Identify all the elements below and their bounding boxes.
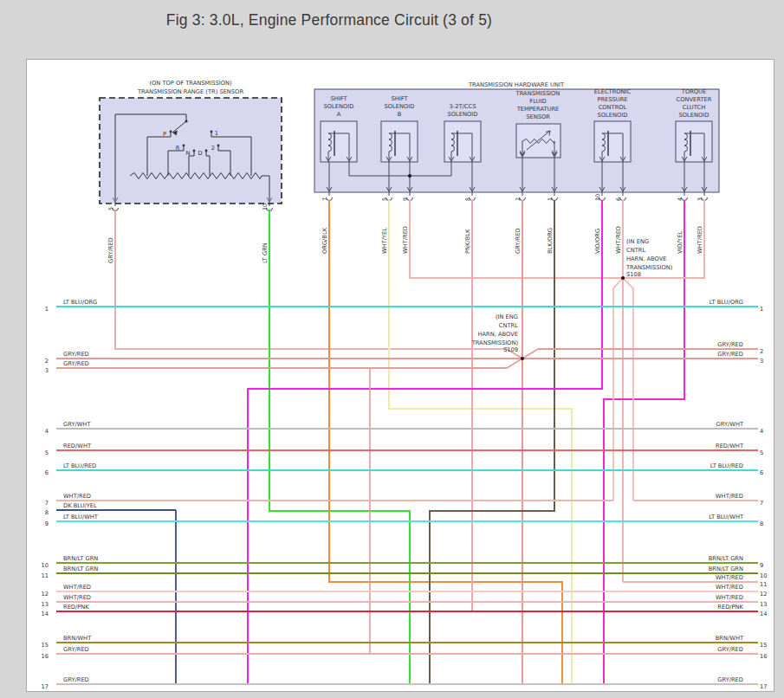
- row-right-number: 15: [760, 642, 768, 649]
- row-left-number: 16: [41, 653, 49, 660]
- component-label: CONTROL: [599, 104, 627, 111]
- component-label: CONVERTER: [677, 96, 712, 103]
- row-right-label: BRN/WHT: [716, 635, 744, 642]
- component-box: [381, 121, 418, 162]
- row-right-label: WHT/RED: [716, 584, 743, 591]
- splice-note-s109: HARN, ABOVE: [478, 331, 519, 338]
- row-right-label: GRY/RED: [717, 646, 743, 653]
- pin-number: 5: [381, 197, 388, 201]
- wire-label: GRY/RED: [515, 228, 522, 254]
- row-right-label: GRY/WHT: [716, 421, 744, 428]
- row-right-label: LT BLU/WHT: [709, 514, 744, 520]
- row-left-label: DK BLU/YEL: [63, 502, 97, 509]
- splice-note-s109: (IN ENG: [496, 313, 518, 320]
- pin-number: 6: [615, 197, 622, 201]
- component-label: PRESSURE: [597, 96, 627, 103]
- row-right-label: WHT/RED: [716, 493, 743, 500]
- component-label: SOLENOID: [598, 112, 628, 119]
- pin-number: 1: [547, 197, 554, 201]
- wire-label: BLK/ORG: [547, 228, 554, 254]
- hardware-unit-title: TRANSMISSION HARDWARE UNIT: [468, 81, 565, 88]
- row-right-label: GRY/RED: [717, 341, 743, 348]
- screenshot-stage: Fig 3: 3.0L, Engine Performance Circuit …: [0, 0, 784, 698]
- component-label: TEMPERATURE: [516, 106, 560, 113]
- pin-number: 10: [262, 204, 269, 210]
- component-label: TORQUE: [681, 88, 706, 95]
- row-left-number: 1: [45, 306, 49, 313]
- component-label: SOLENOID: [679, 112, 709, 119]
- row-left-number: 12: [41, 591, 49, 598]
- row-left-label: GRY/RED: [63, 676, 89, 683]
- row-right-label: WHT/RED: [716, 594, 743, 601]
- row-left-label: BRN/LT GRN: [63, 555, 98, 562]
- wire-label: ORG/BLK: [321, 227, 328, 254]
- row-right-number: 1: [760, 306, 763, 313]
- wire-label: VIO/ORG: [594, 229, 601, 254]
- wire-label: WHT/RED: [402, 226, 409, 254]
- switch-position-label: 1: [215, 130, 218, 137]
- splice-note-s108: CNTRL: [626, 247, 645, 254]
- row-left-number: 9: [45, 520, 49, 527]
- row-right-number: 2: [760, 348, 763, 355]
- row-left-number: 5: [45, 449, 49, 456]
- row-right-label: RED/PNK: [717, 604, 743, 611]
- component-box: [594, 121, 631, 162]
- row-right-label: WHT/RED: [716, 574, 743, 581]
- row-right-number: 10: [760, 572, 768, 579]
- row-left-number: 6: [45, 469, 49, 476]
- splice-note-s108: HARN, ABOVE: [626, 255, 667, 262]
- row-left-number: 7: [45, 500, 49, 507]
- row-left-label: BRN/LT GRN: [63, 566, 98, 572]
- component-label: FLUID: [529, 98, 546, 105]
- row-left-number: 2: [45, 358, 49, 365]
- row-left-label: RED/PNK: [63, 604, 89, 611]
- row-right-number: 14: [760, 611, 768, 617]
- wire-segment: [522, 349, 538, 359]
- component-label: SHIFT: [330, 95, 347, 102]
- row-left-number: 11: [41, 572, 49, 579]
- wire-label: GRY/RED: [107, 237, 114, 263]
- row-left-number: 8: [45, 509, 49, 516]
- wire-label: LT GRN: [262, 242, 269, 263]
- row-left-label: WHT/RED: [63, 594, 91, 601]
- wiring-diagram-svg: TRANSMISSION HARDWARE UNITSHIFTSOLENOIDA…: [0, 0, 784, 698]
- pin-number: 7: [321, 197, 328, 201]
- wire-segment: [507, 359, 522, 368]
- row-right-label: LT BLU/RED: [710, 462, 743, 469]
- row-right-label: LT BLU/ORG: [709, 299, 743, 306]
- pin-number: 9: [402, 197, 409, 201]
- row-right-number: 11: [760, 581, 768, 588]
- row-left-label: RED/WHT: [63, 443, 92, 449]
- row-left-number: 3: [45, 367, 49, 374]
- splice-note-s108: S108: [626, 271, 641, 278]
- component-label: TRANSMISSION: [515, 90, 560, 97]
- pin-number: 4: [677, 197, 684, 201]
- switch-position-label: 2: [211, 145, 215, 152]
- row-left-label: LT BLU/ORG: [63, 299, 97, 306]
- row-right-label: BRN/LT GRN: [709, 555, 743, 562]
- row-left-label: WHT/RED: [63, 493, 91, 500]
- wire-label: WHT/YEL: [381, 228, 388, 254]
- row-right-label: RED/WHT: [716, 443, 744, 449]
- wire-label: WHT/RED: [615, 226, 622, 254]
- component-box: [676, 121, 712, 162]
- row-left-number: 17: [41, 683, 49, 690]
- tr-sensor-box: [100, 98, 282, 204]
- row-left-number: 14: [41, 611, 49, 617]
- component-label: SOLENOID: [448, 111, 478, 118]
- row-right-label: BRN/LT GRN: [709, 566, 743, 572]
- pin-number: 2: [515, 197, 522, 201]
- pin-number: 8: [464, 197, 471, 201]
- wire-segment: [623, 278, 633, 501]
- row-right-number: 7: [760, 500, 763, 507]
- component-label: SOLENOID: [385, 103, 415, 110]
- row-left-label: WHT/RED: [63, 584, 91, 591]
- row-right-number: 13: [760, 601, 768, 608]
- row-right-number: 6: [760, 469, 763, 476]
- wire-label: PNK/BLK: [464, 229, 471, 254]
- splice-note-s108: TRANSMISSION): [625, 264, 673, 271]
- splice-note-s109: S109: [503, 346, 518, 353]
- pin-number: 10: [594, 194, 601, 201]
- row-left-number: 13: [41, 601, 49, 608]
- row-left-label: LT BLU/WHT: [63, 514, 99, 520]
